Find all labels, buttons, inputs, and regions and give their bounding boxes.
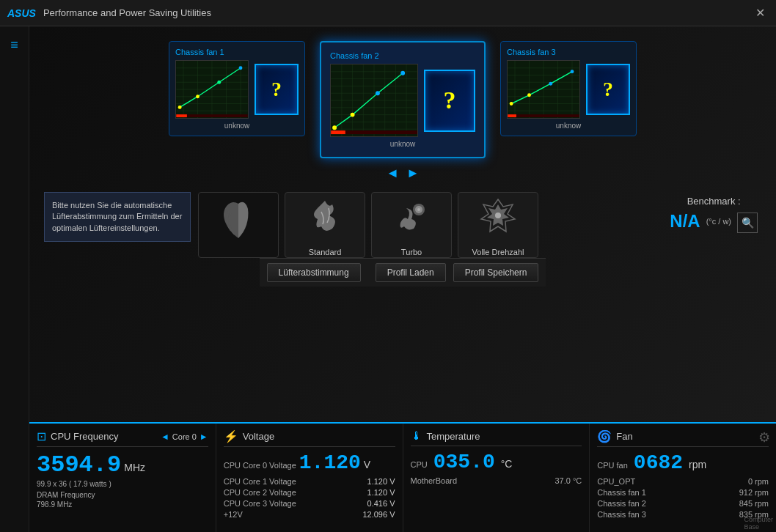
- fan-chart-1: [175, 60, 249, 119]
- watermark: ComputerBase: [744, 516, 773, 531]
- asus-logo: ASUS: [7, 7, 36, 19]
- svg-point-16: [239, 66, 243, 70]
- core-label: Core 0: [172, 432, 197, 441]
- fan-card-chassis-2[interactable]: Chassis fan 2: [320, 41, 486, 158]
- luefterabstimmung-button[interactable]: Lüfterabstimmung: [267, 263, 361, 282]
- voltage-main-label: CPU Core 0 Voltage: [224, 461, 296, 470]
- voltage-row-1: CPU Core 2 Voltage 1.120 V: [224, 488, 395, 497]
- title-bar: ASUS Performance and Power Saving Utilit…: [0, 0, 776, 26]
- benchmark-label: Benchmark :: [670, 196, 758, 207]
- mode-btn-silent[interactable]: [198, 192, 279, 258]
- voltage-main-unit: V: [364, 459, 370, 470]
- svg-point-56: [527, 93, 531, 97]
- fan-row-1: Chassis fan 1 912 rpm: [597, 488, 769, 497]
- svg-point-36: [332, 125, 337, 130]
- voltage-title: Voltage: [243, 431, 274, 442]
- fan-icon: 🌀: [597, 429, 612, 443]
- cpu-frequency-panel: ⊡ CPU Frequency ◄ Core 0 ► 3594.9 MHz 99…: [29, 424, 216, 532]
- fan-main-value: 0682: [634, 451, 683, 474]
- temperature-panel: 🌡 Temperature CPU 035.0 °C MotherBoard 3…: [403, 424, 590, 532]
- svg-point-57: [549, 82, 552, 86]
- benchmark-value: N/A: [670, 211, 700, 232]
- fan-card-2-label: unknow: [390, 140, 415, 148]
- mode-btn-standard[interactable]: Standard: [285, 192, 365, 258]
- fan-card-2-title: Chassis fan 2: [330, 51, 379, 60]
- next-arrow[interactable]: ►: [406, 166, 420, 181]
- fan-title: Fan: [616, 431, 632, 442]
- standard-icon: [307, 193, 343, 244]
- voltage-icon: ⚡: [224, 429, 238, 443]
- fan-panel: ⚙ 🌀 Fan CPU fan 0682 rpm CPU_OPT 0 rpm C…: [590, 424, 776, 532]
- voltage-main-value: 1.120: [299, 451, 361, 474]
- fan-card-1-title: Chassis fan 1: [175, 48, 224, 56]
- core-nav: ◄ Core 0 ►: [161, 432, 208, 442]
- svg-point-39: [400, 71, 405, 75]
- benchmark-area: Benchmark : N/A (°c / w) 🔍: [666, 192, 761, 237]
- fan-section: Chassis fan 1: [29, 26, 776, 422]
- fan-main-label: CPU fan: [597, 461, 628, 470]
- voltage-panel: ⚡ Voltage CPU Core 0 Voltage 1.120 V CPU…: [216, 424, 403, 532]
- dram-freq-value: 798.9 MHz: [37, 500, 208, 509]
- profil-laden-button[interactable]: Profil Laden: [376, 263, 446, 282]
- voltage-row-2: CPU Core 3 Voltage 0.416 V: [224, 499, 395, 508]
- profil-speichern-button[interactable]: Profil Speichern: [453, 263, 539, 282]
- core-next-arrow[interactable]: ►: [200, 432, 208, 442]
- action-bar: Lüfterabstimmung Profil Laden Profil Spe…: [260, 258, 546, 287]
- fan-chart-2: [330, 64, 418, 137]
- turbo-label: Turbo: [401, 248, 422, 256]
- content-area: Chassis fan 1: [29, 26, 776, 532]
- fan-row-3: Chassis fan 3 835 rpm: [597, 510, 769, 519]
- close-button[interactable]: ✕: [751, 4, 769, 22]
- turbo-icon: [393, 193, 430, 244]
- fan-main-unit: rpm: [689, 459, 706, 470]
- mode-row: Bitte nutzen Sie die automatische Lüfter…: [37, 192, 769, 258]
- temp-title: Temperature: [427, 431, 480, 442]
- silent-icon: [220, 198, 257, 248]
- sidebar: ≡: [0, 26, 29, 532]
- mode-btn-volle[interactable]: Volle Drehzahl: [458, 192, 538, 258]
- fan-card-3-label: unknow: [556, 122, 581, 130]
- auto-tune-text: Bitte nutzen Sie die automatische Lüfter…: [52, 201, 182, 232]
- temp-main-value: 035.0: [433, 451, 495, 473]
- fan-card-1-label: unknow: [224, 122, 249, 130]
- svg-point-64: [495, 213, 501, 218]
- svg-point-63: [417, 208, 420, 211]
- benchmark-search-icon[interactable]: 🔍: [737, 213, 758, 233]
- voltage-row-3: +12V 12.096 V: [224, 510, 395, 519]
- fan-cards-row: Chassis fan 1: [37, 41, 769, 158]
- prev-arrow[interactable]: ◄: [386, 166, 399, 181]
- dram-freq-label: DRAM Frequency: [37, 491, 208, 499]
- mode-btn-turbo[interactable]: Turbo: [371, 192, 452, 258]
- benchmark-unit: (°c / w): [706, 217, 731, 226]
- temp-icon: 🌡: [411, 429, 422, 443]
- svg-rect-41: [331, 130, 345, 134]
- menu-icon[interactable]: ≡: [7, 34, 22, 56]
- voltage-row-0: CPU Core 1 Voltage 1.120 V: [224, 477, 395, 486]
- fan-1-unknown-box: ?: [255, 64, 299, 115]
- nav-arrows: ◄ ►: [386, 166, 420, 181]
- temp-main-unit: °C: [501, 458, 513, 470]
- standard-label: Standard: [309, 248, 342, 256]
- fan-card-chassis-1[interactable]: Chassis fan 1: [169, 41, 305, 136]
- auto-tune-tooltip: Bitte nutzen Sie die automatische Lüfter…: [44, 192, 191, 242]
- fan-row-2: Chassis fan 2 845 rpm: [597, 499, 769, 508]
- svg-point-37: [351, 113, 355, 117]
- svg-rect-59: [508, 114, 579, 117]
- svg-point-13: [178, 106, 182, 109]
- temp-main-label: CPU: [411, 460, 428, 469]
- cpu-freq-value: 3594.9: [37, 451, 121, 479]
- fan-card-chassis-3[interactable]: Chassis fan 3: [500, 41, 637, 136]
- cpu-freq-unit: MHz: [124, 462, 145, 473]
- volle-label: Volle Drehzahl: [472, 248, 524, 256]
- cpu-freq-title: CPU Frequency: [51, 431, 118, 442]
- core-prev-arrow[interactable]: ◄: [161, 432, 169, 442]
- svg-point-55: [510, 102, 513, 106]
- svg-point-14: [196, 95, 200, 98]
- svg-point-58: [571, 70, 574, 73]
- window-title: Performance and Power Saving Utilities: [43, 7, 751, 18]
- cpu-freq-icon: ⊡: [37, 429, 46, 443]
- gear-icon: ⚙: [758, 429, 770, 446]
- status-bar: ⊡ CPU Frequency ◄ Core 0 ► 3594.9 MHz 99…: [29, 422, 776, 532]
- svg-rect-18: [176, 114, 187, 117]
- svg-rect-60: [508, 114, 516, 117]
